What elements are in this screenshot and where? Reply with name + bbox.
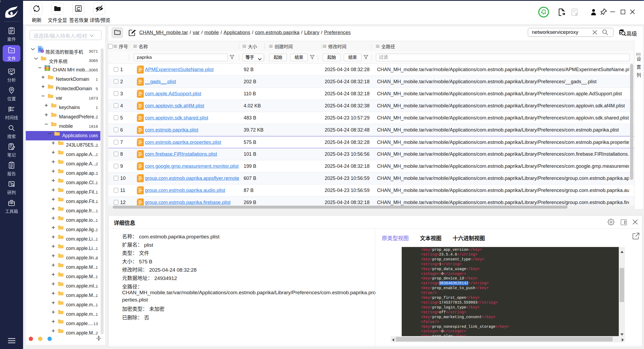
svg-text:?: ? [42,50,43,53]
